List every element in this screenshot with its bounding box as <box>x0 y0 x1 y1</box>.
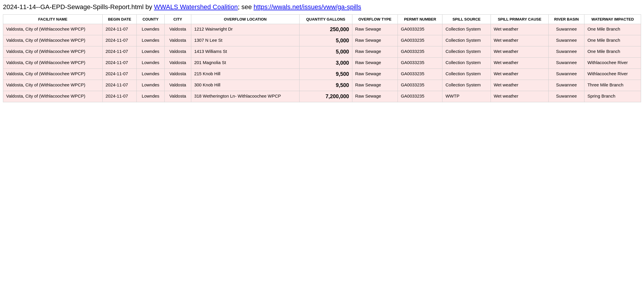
table-cell: 2024-11-07 <box>102 80 137 91</box>
table-cell: Lowndes <box>137 91 164 102</box>
col-county: COUNTY <box>137 14 164 24</box>
col-spill-source: SPILL SOURCE <box>442 14 491 24</box>
table-cell: Suwannee <box>549 91 584 102</box>
table-cell: Withlacoochee River <box>584 68 641 80</box>
table-cell: GA0033235 <box>398 91 442 102</box>
table-cell: Lowndes <box>137 46 164 57</box>
table-cell: 5,000 <box>299 46 352 57</box>
table-cell: Valdosta, City of (Withlacoochee WPCP) <box>3 57 103 68</box>
col-river-basin: RIVER BASIN <box>549 14 584 24</box>
table-cell: Collection System <box>442 24 491 35</box>
spills-table: FACILITY NAME BEGIN DATE COUNTY CITY OVE… <box>3 14 641 102</box>
table-cell: Wet weather <box>491 91 548 102</box>
table-cell: 9,500 <box>299 68 352 80</box>
table-cell: Raw Sewage <box>352 57 398 68</box>
col-spill-cause: SPILL PRIMARY CAUSE <box>491 14 548 24</box>
table-cell: Valdosta <box>164 68 191 80</box>
table-cell: 1307 N Lee St <box>191 35 299 46</box>
table-cell: GA0033235 <box>398 68 442 80</box>
table-row: Valdosta, City of (Withlacoochee WPCP)20… <box>3 24 641 35</box>
table-cell: 1212 Wainwright Dr <box>191 24 299 35</box>
table-cell: 2024-11-07 <box>102 68 137 80</box>
table-cell: WWTP <box>442 91 491 102</box>
table-cell: 201 Magnolia St <box>191 57 299 68</box>
table-cell: 2024-11-07 <box>102 24 137 35</box>
table-cell: Raw Sewage <box>352 46 398 57</box>
table-cell: Lowndes <box>137 57 164 68</box>
table-cell: 1413 Williams St <box>191 46 299 57</box>
table-cell: Wet weather <box>491 46 548 57</box>
table-cell: One Mile Branch <box>584 35 641 46</box>
table-cell: Raw Sewage <box>352 91 398 102</box>
table-cell: Raw Sewage <box>352 68 398 80</box>
table-cell: Raw Sewage <box>352 35 398 46</box>
table-cell: 250,000 <box>299 24 352 35</box>
table-row: Valdosta, City of (Withlacoochee WPCP)20… <box>3 35 641 46</box>
title-separator: ; see <box>238 3 253 11</box>
table-cell: Valdosta, City of (Withlacoochee WPCP) <box>3 68 103 80</box>
table-row: Valdosta, City of (Withlacoochee WPCP)20… <box>3 46 641 57</box>
table-cell: Collection System <box>442 68 491 80</box>
title-text: 2024-11-14--GA-EPD-Sewage-Spills-Report.… <box>3 3 154 11</box>
col-city: CITY <box>164 14 191 24</box>
table-cell: Wet weather <box>491 68 548 80</box>
table-cell: Suwannee <box>549 80 584 91</box>
table-cell: GA0033235 <box>398 46 442 57</box>
table-cell: Suwannee <box>549 57 584 68</box>
table-cell: Lowndes <box>137 68 164 80</box>
table-cell: Wet weather <box>491 24 548 35</box>
table-cell: GA0033235 <box>398 80 442 91</box>
table-cell: Collection System <box>442 57 491 68</box>
table-cell: Valdosta, City of (Withlacoochee WPCP) <box>3 80 103 91</box>
table-cell: Raw Sewage <box>352 80 398 91</box>
table-cell: 9,500 <box>299 80 352 91</box>
table-cell: 2024-11-07 <box>102 46 137 57</box>
table-row: Valdosta, City of (Withlacoochee WPCP)20… <box>3 80 641 91</box>
table-cell: Valdosta <box>164 91 191 102</box>
col-overflow-type: OVERFLOW TYPE <box>352 14 398 24</box>
table-cell: One Mile Branch <box>584 24 641 35</box>
table-row: Valdosta, City of (Withlacoochee WPCP)20… <box>3 91 641 102</box>
table-cell: 2024-11-07 <box>102 91 137 102</box>
table-cell: Collection System <box>442 46 491 57</box>
table-cell: 7,200,000 <box>299 91 352 102</box>
spills-link[interactable]: https://wwals.net/issues/vww/ga-spills <box>253 3 361 11</box>
col-waterway: WATERWAY IMPACTED <box>584 14 641 24</box>
table-cell: Raw Sewage <box>352 24 398 35</box>
table-cell: GA0033235 <box>398 35 442 46</box>
wwals-link[interactable]: WWALS Watershed Coalition <box>154 3 238 11</box>
table-cell: Wet weather <box>491 57 548 68</box>
table-cell: GA0033235 <box>398 57 442 68</box>
table-cell: Valdosta <box>164 35 191 46</box>
table-cell: 318 Wetherington Ln- Withlacoochee WPCP <box>191 91 299 102</box>
table-cell: Suwannee <box>549 35 584 46</box>
table-cell: Valdosta <box>164 46 191 57</box>
col-facility: FACILITY NAME <box>3 14 103 24</box>
table-cell: 5,000 <box>299 35 352 46</box>
table-cell: 2024-11-07 <box>102 35 137 46</box>
table-cell: Valdosta, City of (Withlacoochee WPCP) <box>3 35 103 46</box>
table-cell: Wet weather <box>491 80 548 91</box>
table-cell: Collection System <box>442 80 491 91</box>
col-overflow-location: OVERFLOW LOCATION <box>191 14 299 24</box>
table-cell: 3,000 <box>299 57 352 68</box>
table-cell: Suwannee <box>549 68 584 80</box>
col-permit: PERMIT NUMBER <box>398 14 442 24</box>
table-cell: 2024-11-07 <box>102 57 137 68</box>
table-cell: Withlacoochee River <box>584 57 641 68</box>
table-cell: Valdosta <box>164 57 191 68</box>
page-title: 2024-11-14--GA-EPD-Sewage-Spills-Report.… <box>3 3 641 11</box>
table-cell: Valdosta, City of (Withlacoochee WPCP) <box>3 24 103 35</box>
col-quantity: QUANTITY GALLONS <box>299 14 352 24</box>
table-cell: Lowndes <box>137 80 164 91</box>
table-cell: Valdosta <box>164 80 191 91</box>
table-header-row: FACILITY NAME BEGIN DATE COUNTY CITY OVE… <box>3 14 641 24</box>
table-row: Valdosta, City of (Withlacoochee WPCP)20… <box>3 68 641 80</box>
table-cell: Three Mile Branch <box>584 80 641 91</box>
table-cell: Spring Branch <box>584 91 641 102</box>
table-row: Valdosta, City of (Withlacoochee WPCP)20… <box>3 57 641 68</box>
table-cell: GA0033235 <box>398 24 442 35</box>
table-cell: Lowndes <box>137 24 164 35</box>
table-cell: Collection System <box>442 35 491 46</box>
table-cell: Suwannee <box>549 24 584 35</box>
